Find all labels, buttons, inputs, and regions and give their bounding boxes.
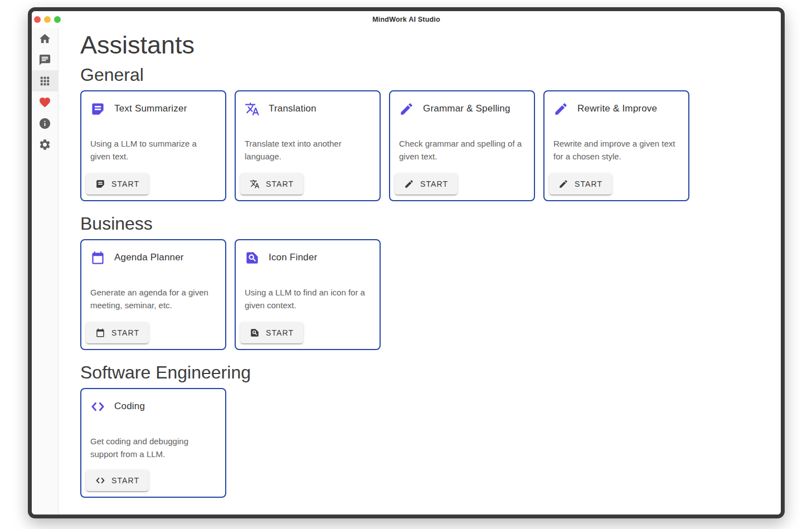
sidebar [32,28,59,515]
icon-search-icon [250,328,260,338]
card-rewrite-improve: Rewrite & Improve Rewrite and improve a … [543,90,689,201]
start-button-rewrite-improve[interactable]: START [549,173,612,195]
card-title: Translation [269,103,317,114]
titlebar: MindWork AI Studio [32,11,781,28]
card-coding: Coding Get coding and debugging support … [80,388,226,498]
sidebar-item-home[interactable] [32,28,58,49]
card-icon-finder: Icon Finder Using a LLM to find an icon … [235,239,381,350]
card-description: Translate text into another language. [245,137,372,163]
info-icon [38,117,51,130]
start-button-label: START [266,328,294,337]
traffic-lights [34,11,61,28]
start-button-agenda-planner[interactable]: START [86,322,149,343]
card-agenda-planner: Agenda Planner Generate an agenda for a … [80,239,226,350]
app-window: MindWork AI Studio [28,7,785,518]
sidebar-item-about[interactable] [32,113,58,134]
chat-icon [38,54,51,66]
page-title: Assistants [80,30,781,60]
start-button-label: START [420,179,448,188]
card-description: Rewrite and improve a given text for a c… [553,137,680,163]
cards-row-business: Agenda Planner Generate an agenda for a … [80,239,781,350]
main-content: Assistants General Text Summarizer Using… [59,28,781,515]
pencil-icon [404,179,414,189]
start-button-label: START [111,476,139,485]
start-button-label: START [266,179,294,188]
start-button-label: START [111,328,139,337]
zoom-button[interactable] [54,16,61,23]
summarize-icon [90,101,105,117]
icon-search-icon [245,250,260,265]
pencil-icon [558,179,568,189]
cards-row-general: Text Summarizer Using a LLM to summarize… [80,90,781,201]
card-description: Using a LLM to find an icon for a given … [245,286,372,312]
card-title: Text Summarizer [114,103,187,114]
card-title: Agenda Planner [114,252,184,263]
card-title: Grammar & Spelling [423,103,510,114]
close-button[interactable] [34,16,41,23]
summarize-icon [95,179,105,189]
start-button-label: START [111,179,139,188]
start-button-icon-finder[interactable]: START [240,322,303,343]
calendar-icon [95,328,105,338]
cards-row-software-engineering: Coding Get coding and debugging support … [80,388,781,498]
pencil-icon [553,101,568,117]
start-button-label: START [575,179,602,188]
pencil-icon [399,101,414,117]
sidebar-item-settings[interactable] [32,134,58,155]
start-button-grammar-spelling[interactable]: START [395,173,458,195]
card-grammar-spelling: Grammar & Spelling Check grammar and spe… [389,90,535,201]
start-button-text-summarizer[interactable]: START [86,173,149,195]
card-text-summarizer: Text Summarizer Using a LLM to summarize… [80,90,226,201]
card-translation: Translation Translate text into another … [235,90,381,201]
card-title: Coding [114,401,145,412]
start-button-coding[interactable]: START [86,470,149,491]
sidebar-item-assistants[interactable] [32,70,58,91]
card-description: Using a LLM to summarize a given text. [90,137,217,163]
apps-grid-icon [38,75,51,88]
card-description: Check grammar and spelling of a given te… [399,137,526,163]
window-title: MindWork AI Studio [372,16,440,23]
section-title-software-engineering: Software Engineering [80,361,781,384]
sidebar-item-chats[interactable] [32,49,58,70]
code-icon [90,399,105,414]
card-title: Rewrite & Improve [577,103,657,114]
code-icon [95,475,105,486]
card-description: Get coding and debugging support from a … [90,435,217,460]
card-description: Generate an agenda for a given meeting, … [90,286,217,312]
translate-icon [250,179,260,189]
screen: MindWork AI Studio [0,0,812,529]
section-title-business: Business [80,212,781,235]
card-title: Icon Finder [269,252,317,263]
calendar-icon [90,250,105,265]
sidebar-item-favorites[interactable] [32,91,58,113]
heart-icon [38,96,51,109]
translate-icon [245,101,260,117]
start-button-translation[interactable]: START [240,173,303,195]
settings-gear-icon [38,138,51,151]
home-icon [38,32,51,45]
minimize-button[interactable] [44,16,51,23]
section-title-general: General [80,64,781,86]
